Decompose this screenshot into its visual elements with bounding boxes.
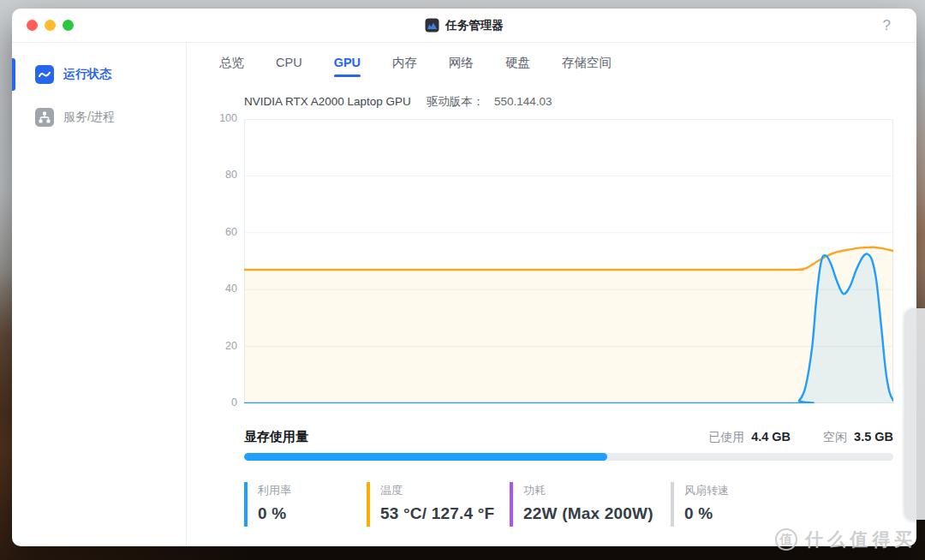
vram-usage-figures: 已使用 4.4 GB 空闲 3.5 GB	[708, 430, 893, 445]
y-axis-tick-label: 60	[225, 226, 237, 238]
vram-used-value: 4.4 GB	[751, 430, 791, 444]
stat-label: 功耗	[523, 483, 653, 498]
watermark-text: 什么值得买	[805, 527, 916, 551]
stat-value: 22W (Max 200W)	[523, 504, 653, 523]
driver-version: 550.144.03	[494, 95, 552, 108]
chart-svg	[244, 119, 893, 403]
sidebar-item-services-processes[interactable]: 服务/进程	[12, 101, 186, 134]
vram-free-label: 空闲	[823, 430, 847, 445]
task-manager-window: 任务管理器 ? 运行状态	[12, 9, 916, 546]
y-axis-tick-label: 100	[219, 112, 237, 124]
sidebar-item-running-status[interactable]: 运行状态	[12, 58, 186, 91]
sidebar: 运行状态 服务/进程	[12, 43, 187, 546]
y-axis-tick-label: 20	[225, 340, 237, 352]
close-button[interactable]	[27, 20, 38, 31]
gpu-usage-chart: 020406080100	[187, 119, 916, 403]
tab-bar: 总览 CPU GPU 内存 网络 硬盘 存储空间	[187, 43, 916, 82]
fullscreen-button[interactable]	[63, 20, 74, 31]
activity-wave-icon	[35, 65, 54, 84]
window-body: 运行状态 服务/进程 总览	[12, 43, 916, 546]
sidebar-item-label: 服务/进程	[63, 110, 115, 125]
stat-value: 0 %	[258, 504, 291, 523]
right-edge-scrollbar[interactable]	[905, 308, 925, 520]
vram-used-label: 已使用	[708, 430, 744, 445]
stat-label: 利用率	[258, 483, 291, 498]
gpu-info-line: NVIDIA RTX A2000 Laptop GPU 驱动版本： 550.14…	[244, 94, 916, 110]
stat-label: 风扇转速	[684, 483, 729, 498]
tab-disk[interactable]: 硬盘	[505, 55, 530, 71]
sidebar-item-label: 运行状态	[63, 67, 111, 82]
titlebar: 任务管理器 ?	[12, 9, 916, 43]
driver-label: 驱动版本：	[427, 95, 485, 108]
help-button[interactable]: ?	[883, 17, 891, 34]
content-pane: 总览 CPU GPU 内存 网络 硬盘 存储空间 NVIDIA RTX A200…	[187, 43, 916, 546]
chart-plot-area	[244, 119, 893, 403]
process-tree-icon	[35, 108, 54, 127]
stat-value: 53 °C/ 127.4 °F	[380, 504, 494, 523]
y-axis-tick-label: 0	[231, 396, 237, 408]
stat-fan-speed: 风扇转速 0 %	[671, 482, 729, 527]
y-axis-tick-label: 40	[225, 283, 237, 295]
smzdm-watermark: 值 什么值得买	[775, 527, 916, 551]
vram-free-value: 3.5 GB	[854, 430, 893, 444]
y-axis-tick-label: 80	[225, 169, 237, 181]
tab-overview[interactable]: 总览	[219, 55, 244, 71]
window-title: 任务管理器	[445, 18, 504, 33]
tab-storage[interactable]: 存储空间	[562, 55, 612, 71]
stat-label: 温度	[380, 483, 494, 498]
stat-value: 0 %	[684, 504, 729, 523]
vram-progress-fill	[244, 453, 607, 461]
stat-utilization: 利用率 0 %	[244, 482, 291, 527]
task-manager-app-icon	[425, 18, 439, 33]
window-title-group: 任务管理器	[425, 18, 504, 33]
vram-usage-title: 显存使用量	[244, 429, 308, 445]
vram-progress-track	[244, 453, 893, 461]
tab-cpu[interactable]: CPU	[276, 56, 302, 69]
tab-network[interactable]: 网络	[449, 55, 474, 71]
gpu-stats-row: 利用率 0 % 温度 53 °C/ 127.4 °F 功耗 22W (Max 2…	[244, 482, 893, 530]
stat-power: 功耗 22W (Max 200W)	[510, 482, 653, 527]
gpu-name: NVIDIA RTX A2000 Laptop GPU	[244, 95, 411, 108]
vram-usage-row: 显存使用量 已使用 4.4 GB 空闲 3.5 GB	[244, 429, 893, 445]
active-indicator-bar	[12, 58, 15, 91]
tab-gpu[interactable]: GPU	[334, 56, 361, 69]
minimize-button[interactable]	[45, 20, 56, 31]
tab-memory[interactable]: 内存	[392, 55, 417, 71]
traffic-lights	[27, 9, 74, 42]
chart-y-axis: 020406080100	[187, 119, 244, 403]
stat-temperature: 温度 53 °C/ 127.4 °F	[367, 482, 494, 527]
watermark-badge: 值	[775, 528, 797, 551]
desktop-wallpaper: 任务管理器 ? 运行状态	[0, 0, 925, 560]
